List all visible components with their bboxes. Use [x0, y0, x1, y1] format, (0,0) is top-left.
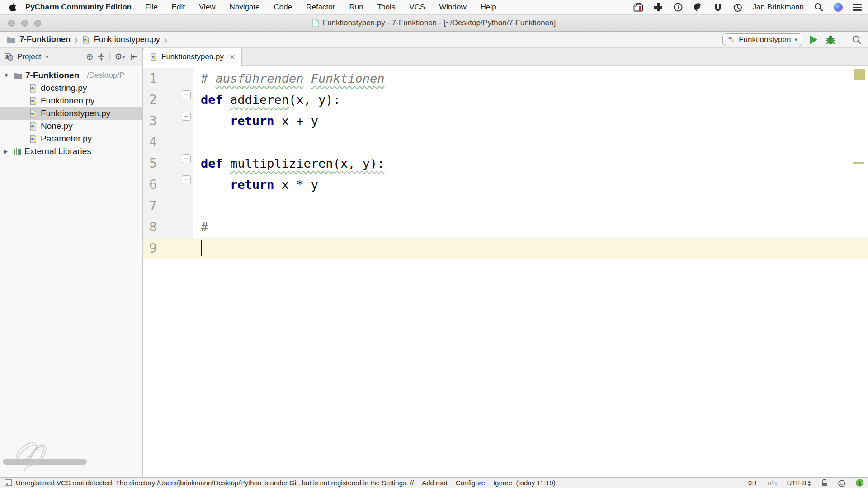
- code-line-6[interactable]: 6− return x * y: [143, 174, 868, 195]
- unlock-icon[interactable]: [821, 479, 828, 487]
- health-cross-icon[interactable]: [653, 2, 663, 12]
- tree-root-folder[interactable]: ▼ 7-Funktionen ~/Desktop/P: [0, 69, 142, 82]
- toolbox-icon[interactable]: [633, 2, 643, 12]
- info-circle-icon[interactable]: [673, 2, 683, 12]
- menu-file[interactable]: File: [145, 3, 157, 12]
- locate-file-button[interactable]: ⊕: [86, 52, 94, 61]
- tree-file-parameter[interactable]: Parameter.py: [0, 132, 142, 145]
- fold-marker-icon[interactable]: −: [182, 90, 191, 99]
- fold-marker-icon[interactable]: −: [182, 154, 191, 163]
- menu-code[interactable]: Code: [274, 3, 292, 12]
- horizontal-scrollbar[interactable]: [3, 459, 87, 465]
- code-line-8[interactable]: 8#: [143, 216, 868, 238]
- code-line-9[interactable]: 9: [143, 238, 868, 259]
- code-line-1[interactable]: 1# ausführenden Funktionen: [143, 68, 868, 89]
- python-file-icon: [29, 84, 38, 93]
- code-text[interactable]: return x * y: [193, 174, 868, 195]
- folder-icon: [6, 36, 15, 43]
- fold-marker-icon[interactable]: −: [182, 112, 191, 121]
- tree-file-docstring[interactable]: docstring.py: [0, 82, 142, 94]
- tab-close-icon[interactable]: ✕: [229, 53, 235, 61]
- inspection-profile-indicator[interactable]: 1: [856, 479, 863, 487]
- code-line-7[interactable]: 7: [143, 195, 868, 216]
- code-text[interactable]: def addieren(x, y):: [193, 89, 868, 110]
- toolwindow-toggle-icon[interactable]: [5, 479, 12, 486]
- code-text[interactable]: [193, 131, 868, 153]
- add-root-link[interactable]: Add root: [422, 479, 448, 487]
- menu-navigate[interactable]: Navigate: [229, 3, 259, 12]
- line-number: 4: [143, 131, 193, 153]
- menu-window[interactable]: Window: [439, 3, 466, 12]
- caret-position-widget[interactable]: 9:1: [748, 479, 758, 487]
- zoom-window-button[interactable]: [34, 20, 41, 27]
- user-account-label[interactable]: Jan Brinkmann: [753, 3, 804, 12]
- ignore-link[interactable]: Ignore: [493, 479, 513, 487]
- line-number: 1: [143, 68, 193, 89]
- menu-run[interactable]: Run: [349, 3, 363, 12]
- hector-inspector-icon[interactable]: [838, 479, 846, 487]
- warning-stripe-mark[interactable]: [853, 162, 864, 164]
- code-line-3[interactable]: 3− return x + y: [143, 110, 868, 131]
- tree-external-libraries[interactable]: ▶ External Libraries: [0, 145, 142, 158]
- inspection-status-square[interactable]: [854, 69, 865, 80]
- menu-view[interactable]: View: [199, 3, 216, 12]
- window-titlebar[interactable]: Funktionstypen.py - 7-Funktionen - [~/De…: [0, 15, 868, 32]
- updown-arrows-icon: [807, 481, 811, 486]
- collapse-all-button[interactable]: [98, 53, 105, 61]
- code-editor[interactable]: 1# ausführenden Funktionen2−def addieren…: [143, 66, 868, 477]
- code-text[interactable]: def multiplizieren(x, y):: [193, 153, 868, 174]
- configure-link[interactable]: Configure: [456, 479, 485, 487]
- close-window-button[interactable]: [8, 20, 15, 27]
- debug-button[interactable]: [825, 34, 836, 45]
- code-text[interactable]: # ausführenden Funktionen: [193, 68, 868, 89]
- line-number: 2−: [143, 89, 193, 110]
- minimize-window-button[interactable]: [21, 20, 28, 27]
- apple-menu-icon[interactable]: [9, 3, 17, 12]
- code-text[interactable]: return x + y: [193, 110, 868, 131]
- code-text[interactable]: [193, 238, 868, 259]
- menu-edit[interactable]: Edit: [172, 3, 185, 12]
- butterfly-watermark: [11, 439, 54, 473]
- menu-tools[interactable]: Tools: [377, 3, 396, 12]
- moon-disc-icon[interactable]: [693, 2, 703, 12]
- siri-icon[interactable]: [834, 3, 843, 12]
- fold-marker-icon[interactable]: −: [182, 175, 191, 184]
- breadcrumb-file[interactable]: Funktionstypen.py: [94, 35, 160, 44]
- run-configuration-name: Funktionstypen: [739, 35, 791, 44]
- spotlight-search-icon[interactable]: [814, 2, 824, 12]
- code-text[interactable]: #: [193, 216, 868, 238]
- settings-gear-button[interactable]: ⚙▾: [114, 52, 125, 61]
- tree-file-none[interactable]: None.py: [0, 120, 142, 132]
- breadcrumb-project[interactable]: 7-Funktionen: [19, 35, 71, 44]
- magnet-icon[interactable]: [713, 2, 723, 12]
- code-line-2[interactable]: 2−def addieren(x, y):: [143, 89, 868, 110]
- notification-center-icon[interactable]: [853, 4, 862, 11]
- collapse-arrow-icon[interactable]: ▶: [4, 148, 10, 155]
- tree-file-funktionen[interactable]: Funktionen.py: [0, 94, 142, 107]
- run-button[interactable]: [810, 35, 817, 44]
- line-separator-widget[interactable]: n/a: [768, 479, 777, 487]
- time-machine-icon[interactable]: [733, 2, 743, 12]
- code-line-5[interactable]: 5−def multiplizieren(x, y):: [143, 153, 868, 174]
- line-number: 6−: [143, 174, 193, 195]
- window-title: Funktionstypen.py - 7-Funktionen - [~/De…: [323, 19, 556, 28]
- code-text[interactable]: [193, 195, 868, 216]
- search-everywhere-icon[interactable]: [852, 35, 862, 45]
- app-menu-title[interactable]: PyCharm Community Edition: [25, 3, 132, 12]
- menu-help[interactable]: Help: [481, 3, 496, 12]
- tree-file-label: docstring.py: [41, 83, 87, 93]
- encoding-widget[interactable]: UTF-8: [787, 479, 811, 487]
- menu-vcs[interactable]: VCS: [409, 3, 425, 12]
- editor-tab-funktionstypen[interactable]: Funktionstypen.py ✕: [143, 48, 242, 66]
- toolwindow-title[interactable]: Project: [17, 52, 41, 61]
- text-caret: [201, 240, 202, 256]
- pycharm-window: PyCharm Community Edition File Edit View…: [0, 0, 868, 488]
- tree-file-funktionstypen-selected[interactable]: Funktionstypen.py: [0, 107, 142, 120]
- navigation-bar: 7-Funktionen › Funktionstypen.py › Funkt…: [0, 32, 868, 48]
- chevron-down-icon[interactable]: ▾: [46, 53, 49, 60]
- expand-arrow-icon[interactable]: ▼: [4, 72, 10, 79]
- run-configuration-select[interactable]: Funktionstypen ▾: [722, 33, 802, 46]
- hide-panel-button[interactable]: [130, 53, 138, 61]
- menu-refactor[interactable]: Refactor: [306, 3, 335, 12]
- code-line-4[interactable]: 4: [143, 131, 868, 153]
